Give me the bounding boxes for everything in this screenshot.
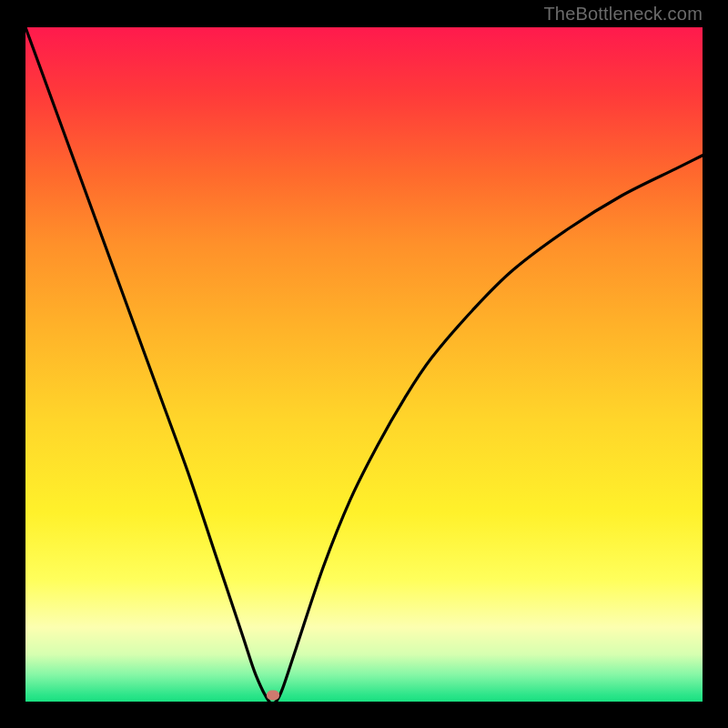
min-marker bbox=[267, 691, 279, 701]
watermark-text: TheBottleneck.com bbox=[543, 4, 703, 25]
plot-area bbox=[25, 27, 703, 702]
chart-frame: TheBottleneck.com bbox=[0, 0, 728, 728]
